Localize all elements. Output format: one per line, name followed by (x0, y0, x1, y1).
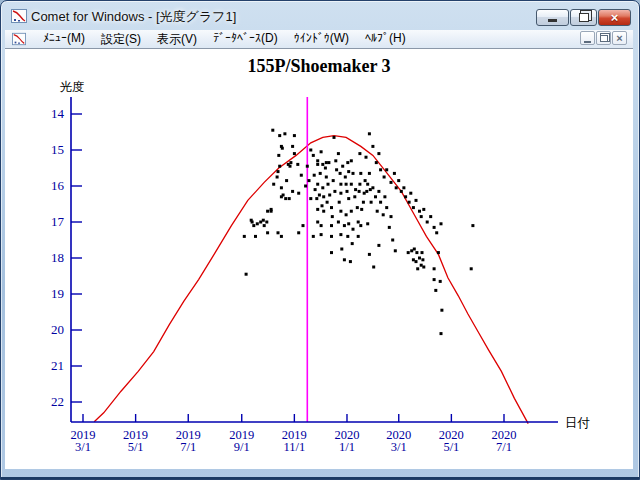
observation-point (353, 195, 356, 198)
y-tick-label: 16 (51, 178, 65, 193)
observation-point (346, 235, 349, 238)
observation-point (377, 152, 380, 155)
observation-point (282, 194, 285, 197)
observation-point (371, 186, 374, 189)
observation-point (315, 197, 318, 200)
restore-icon (579, 13, 589, 22)
observation-point (347, 222, 350, 225)
observation-point (347, 197, 350, 200)
observation-point (265, 221, 268, 224)
observation-point (325, 161, 328, 164)
observation-point (289, 161, 292, 164)
menu-item-4[interactable]: ｳｲﾝﾄﾞｳ(W) (286, 30, 357, 49)
app-window: Comet for Windows - [光度グラフ1] × ﾒﾆｭｰ(M)設定… (0, 0, 640, 480)
observation-point (320, 224, 323, 227)
observation-point (283, 132, 286, 135)
observation-point (277, 231, 280, 234)
observation-point (320, 233, 323, 236)
observation-point (371, 145, 374, 148)
observation-point (383, 195, 386, 198)
document-icon[interactable] (11, 32, 27, 46)
x-tick-date: 3/1 (75, 440, 91, 454)
menu-item-1[interactable]: 設定(S) (93, 30, 149, 49)
observation-point (334, 159, 337, 162)
observation-point (368, 132, 371, 135)
observation-point (330, 224, 333, 227)
observation-point (285, 179, 288, 182)
menu-item-3[interactable]: ﾃﾞｰﾀﾍﾞｰｽ(D) (205, 30, 286, 49)
observation-point (435, 231, 438, 234)
x-tick-date: 5/1 (128, 440, 144, 454)
observation-point (390, 181, 393, 184)
observation-point (418, 257, 421, 260)
observation-point (284, 197, 287, 200)
observation-point (395, 186, 398, 189)
observation-point (297, 192, 300, 195)
observation-point (331, 215, 334, 218)
observation-point (362, 201, 365, 204)
observation-point (366, 222, 369, 225)
observation-point (321, 186, 324, 189)
observation-point (346, 190, 349, 193)
restore-button[interactable] (570, 9, 597, 26)
y-tick-label: 18 (51, 250, 64, 265)
observation-point (262, 219, 265, 222)
mdi-minimize-button[interactable] (580, 31, 595, 45)
observation-point (325, 176, 328, 179)
observation-point (252, 224, 255, 227)
observation-point (280, 186, 283, 189)
observation-point (300, 174, 303, 177)
observation-point (324, 167, 327, 170)
app-icon[interactable] (11, 8, 27, 24)
observation-point (421, 258, 424, 261)
observation-point (376, 210, 379, 213)
observation-point (407, 251, 410, 254)
observation-point (256, 222, 259, 225)
menu-item-5[interactable]: ﾍﾙﾌﾟ(H) (357, 30, 414, 49)
close-button[interactable]: × (598, 9, 631, 26)
observation-point (312, 235, 315, 238)
mdi-restore-button[interactable] (596, 31, 611, 45)
observation-point (377, 190, 380, 193)
observation-point (433, 278, 436, 281)
observation-point (309, 197, 312, 200)
x-tick-date: 5/1 (443, 440, 459, 454)
observation-point (388, 226, 391, 229)
menu-item-list: ﾒﾆｭｰ(M)設定(S)表示(V)ﾃﾞｰﾀﾍﾞｰｽ(D)ｳｲﾝﾄﾞｳ(W)ﾍﾙﾌ… (35, 30, 414, 49)
observation-point (383, 176, 386, 179)
observation-point (372, 266, 375, 269)
observation-point (341, 165, 344, 168)
observation-point (433, 267, 436, 270)
observation-point (309, 149, 312, 152)
observation-point (306, 165, 309, 168)
observation-point (429, 215, 432, 218)
menu-item-0[interactable]: ﾒﾆｭｰ(M) (35, 30, 93, 49)
observation-point (418, 210, 421, 213)
observation-point (293, 152, 296, 155)
x-tick-date: 7/1 (496, 440, 512, 454)
observation-point (339, 210, 342, 213)
menu-item-2[interactable]: 表示(V) (149, 30, 205, 49)
titlebar[interactable]: Comet for Windows - [光度グラフ1] × (1, 1, 639, 30)
observation-point (291, 145, 294, 148)
observation-point (289, 165, 292, 168)
observation-point (322, 210, 325, 213)
observation-point (321, 204, 324, 207)
observation-point (345, 183, 348, 186)
y-tick-label: 15 (51, 142, 64, 157)
observation-point (365, 190, 368, 193)
observation-point (297, 231, 300, 234)
mdi-close-button[interactable]: × (612, 31, 627, 45)
observation-point (359, 172, 362, 175)
menubar: ﾒﾆｭｰ(M)設定(S)表示(V)ﾃﾞｰﾀﾍﾞｰｽ(D)ｳｲﾝﾄﾞｳ(W)ﾍﾙﾌ… (5, 30, 633, 49)
observation-point (370, 201, 373, 204)
observation-point (343, 224, 346, 227)
observation-point (330, 206, 333, 209)
close-icon: × (611, 11, 619, 24)
observation-point (312, 154, 315, 157)
observation-point (316, 163, 319, 166)
observation-point (352, 228, 355, 231)
minimize-button[interactable] (536, 9, 569, 26)
observation-point (440, 332, 443, 335)
observation-point (333, 136, 336, 139)
